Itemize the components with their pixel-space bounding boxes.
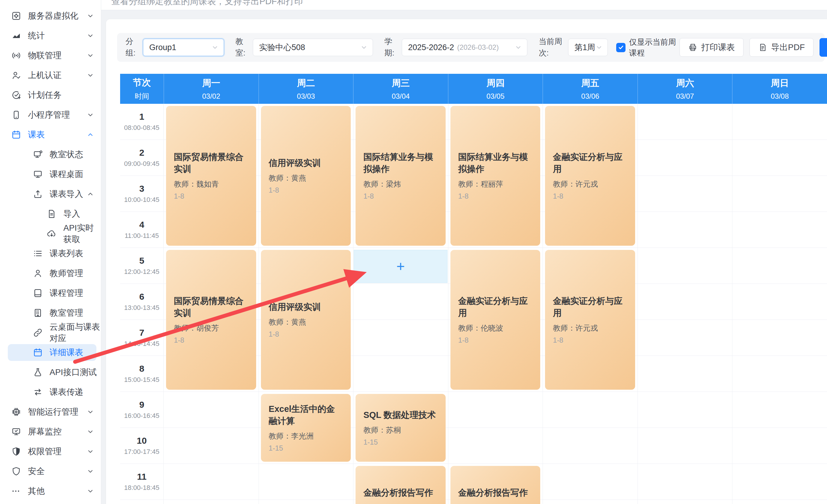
room-select[interactable]: 实验中心508 [253,39,373,56]
period-label-cell: 1017:00-17:45 [120,428,164,463]
room-select-value: 实验中心508 [259,42,305,53]
export-pdf-button[interactable]: 导出PDF [749,38,814,57]
sidebar-item-detailed-timetable[interactable]: 详细课表 [0,343,101,362]
sidebar-item-label: 权限管理 [28,446,61,457]
chevron-down-icon [87,467,94,475]
sidebar-item-screen-monitoring[interactable]: 屏幕监控 [0,422,101,442]
phone-icon [11,110,21,120]
course-teacher: 教师：胡俊芳 [174,323,248,333]
teacher-name: 黄燕 [291,174,306,182]
course-card[interactable]: 金融分析报告写作教师：陈修兰 [355,466,446,504]
sidebar-item-permission-management[interactable]: 权限管理 [0,442,101,461]
week-select[interactable]: 第1周 [568,39,608,56]
course-card[interactable]: 金融实证分析与应用教师：伦晓波1-8 [450,250,540,390]
chevron-down-icon [211,44,219,51]
sidebar-item-scheduled-tasks[interactable]: 计划任务 [0,85,101,105]
course-card[interactable]: 国际结算业务与模拟操作教师：程丽萍1-8 [450,106,540,246]
teacher-name: 许元戎 [575,324,598,332]
teacher-name: 苏桐 [386,426,401,434]
day-name: 周日 [771,77,789,90]
teacher-name: 李光洲 [291,432,314,440]
course-card[interactable]: SQL 数据处理技术教师：苏桐1-15 [355,394,446,462]
sidebar-item-security[interactable]: 安全 [0,461,101,481]
shield-icon [11,466,21,477]
sidebar-item-statistics[interactable]: 统计 [0,26,101,46]
monitor-icon [33,169,43,179]
week-select-value: 第1周 [575,42,595,53]
teacher-prefix: 教师： [269,432,291,440]
sidebar: 服务器虚拟化统计物联管理上机认证计划任务小程序管理课表教室状态课程桌面课表导入导… [0,0,101,504]
teacher-name: 许元戎 [575,180,598,188]
period-label-cell: 613:00-13:45 [120,284,164,320]
course-weeks: 1-8 [269,186,343,194]
teacher-prefix: 教师： [458,324,481,332]
sidebar-item-host-authentication[interactable]: 上机认证 [0,65,101,85]
sidebar-item-label: 课表导入 [50,188,83,200]
timetable-card: 分组: Group1 教室: 实验中心508 学期: 2025-2026-2 (… [106,19,827,504]
teacher-prefix: 教师： [174,180,196,188]
sidebar-item-label: 统计 [28,30,45,41]
room-filter-label: 教室: [235,36,249,58]
day-headers: 周一03/02周二03/03周三03/04周四03/05周五03/06周六03/… [164,74,827,104]
sidebar-item-timetable-import[interactable]: 课表导入 [0,184,101,204]
corner-subtitle: 时间 [135,92,149,101]
term-select-date: (2026-03-02) [457,43,499,52]
chevron-down-icon [87,428,94,436]
sidebar-item-import[interactable]: 导入 [0,204,101,224]
teacher-prefix: 教师： [363,180,386,188]
course-card[interactable]: 国际贸易情景综合实训教师：胡俊芳1-8 [166,250,256,390]
sidebar-item-course-management[interactable]: 课程管理 [0,283,101,303]
course-title: 金融分析报告写作 [363,487,438,499]
sidebar-item-cloud-desktop-mapping[interactable]: 云桌面与课表对应 [0,323,101,343]
sidebar-item-label: 其他 [28,486,45,497]
column-divider [448,104,448,504]
sidebar-item-timetable-transfer[interactable]: 课表传递 [0,382,101,402]
course-teacher: 教师：程丽萍 [458,179,533,189]
course-card[interactable]: 国际结算业务与模拟操作教师：梁炜1-8 [355,106,446,246]
sidebar-item-label: 课程管理 [50,287,83,299]
course-card[interactable]: 金融实证分析与应用教师：许元戎1-8 [545,250,635,390]
sidebar-item-others[interactable]: 其他 [0,481,101,501]
sidebar-item-iot-management[interactable]: 物联管理 [0,46,101,65]
chevron-down-icon [87,408,94,416]
course-card[interactable]: 金融实证分析与应用教师：许元戎1-8 [545,106,635,246]
sidebar-item-timetable[interactable]: 课表 [0,125,101,145]
course-card[interactable]: Excel生活中的金融计算教师：李光洲1-15 [261,394,351,462]
only-current-week-checkbox[interactable]: 仅显示当前周课程 [616,37,680,58]
sidebar-item-api-test[interactable]: API接口测试 [0,362,101,382]
period-time: 18:00-18:45 [124,484,159,492]
sidebar-item-miniprogram-management[interactable]: 小程序管理 [0,105,101,125]
course-weeks: 1-8 [553,336,627,344]
refresh-timetable-button[interactable]: 刷新课表 [820,38,827,57]
chevron-up-icon [87,190,94,198]
sidebar-item-teacher-management[interactable]: 教师管理 [0,263,101,283]
term-select[interactable]: 2025-2026-2 (2026-03-02) [402,39,527,56]
sidebar-item-timetable-list[interactable]: 课表列表 [0,243,101,263]
add-course-cell[interactable]: + [354,250,447,283]
period-number: 1 [139,112,144,122]
sidebar-item-course-desktop[interactable]: 课程桌面 [0,164,101,184]
sidebar-item-label: 屏幕监控 [28,426,61,437]
course-teacher: 教师：许元戎 [553,323,627,333]
course-card[interactable]: 信用评级实训教师：黄燕1-8 [261,250,351,390]
sidebar-item-classroom-status[interactable]: 教室状态 [0,145,101,164]
sidebar-item-label: 课程桌面 [50,169,83,180]
course-card[interactable]: 国际贸易情景综合实训教师：魏如青1-8 [166,106,256,246]
period-label-cell: 916:00-16:45 [120,392,164,428]
column-divider [732,104,732,504]
building-icon [33,308,43,318]
course-card[interactable]: 金融分析报告写作教师：张晖 [450,466,540,504]
sidebar-item-server-virtualization[interactable]: 服务器虚拟化 [0,6,101,26]
shield-half-icon [11,446,21,457]
sidebar-item-label: 云桌面与课表对应 [50,321,101,344]
period-number: 2 [139,148,144,158]
sidebar-item-label: 智能运行管理 [28,406,79,417]
sidebar-item-intelligent-operation[interactable]: 智能运行管理 [0,402,101,422]
teacher-prefix: 教师： [269,318,291,326]
course-card[interactable]: 信用评级实训教师：黄燕1-8 [261,106,351,246]
print-timetable-button[interactable]: 打印课表 [680,38,743,57]
sidebar-item-classroom-management[interactable]: 教室管理 [0,303,101,323]
column-divider [353,104,353,504]
sidebar-item-api-realtime-fetch[interactable]: API实时获取 [0,224,101,243]
group-select[interactable]: Group1 [143,39,224,56]
